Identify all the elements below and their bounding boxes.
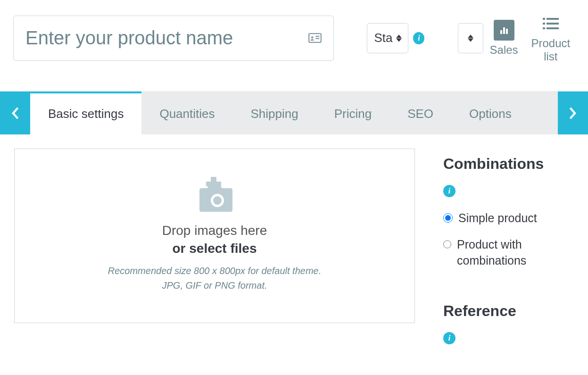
tab-label: Pricing <box>334 107 372 121</box>
svg-rect-5 <box>503 27 505 34</box>
tab-options[interactable]: Options <box>451 92 530 134</box>
list-icon <box>540 13 561 34</box>
radio-input[interactable] <box>443 240 451 249</box>
svg-point-16 <box>213 196 222 205</box>
tab-label: SEO <box>407 107 433 121</box>
product-name-field-wrap <box>13 16 334 61</box>
svg-rect-10 <box>547 23 559 25</box>
product-type-select-value: Sta <box>374 31 392 45</box>
bar-chart-icon <box>494 20 514 41</box>
tab-pricing[interactable]: Pricing <box>316 92 389 134</box>
product-list-link[interactable]: Product list <box>527 13 575 63</box>
tab-quantities[interactable]: Quantities <box>141 92 232 134</box>
reference-title: Reference <box>443 302 574 320</box>
svg-rect-7 <box>543 18 545 20</box>
tab-basic-settings[interactable]: Basic settings <box>30 92 141 134</box>
svg-rect-6 <box>506 29 508 34</box>
svg-rect-4 <box>500 30 502 34</box>
radio-input[interactable] <box>443 213 453 223</box>
radio-label: Simple product <box>458 210 537 226</box>
info-icon[interactable]: i <box>413 32 424 44</box>
radio-product-combinations[interactable]: Product with combinations <box>443 237 574 269</box>
tabs-prev-button[interactable] <box>0 92 30 134</box>
tab-shipping[interactable]: Shipping <box>232 92 316 134</box>
language-select[interactable] <box>458 23 483 53</box>
tab-seo[interactable]: SEO <box>389 92 451 134</box>
tab-label: Shipping <box>250 107 298 121</box>
svg-rect-8 <box>547 18 559 20</box>
product-name-input[interactable] <box>25 27 308 49</box>
svg-point-1 <box>311 36 314 39</box>
tab-label: Options <box>469 107 512 121</box>
tabs-list: Basic settings Quantities Shipping Prici… <box>30 92 558 134</box>
sales-label: Sales <box>490 43 518 57</box>
id-card-icon <box>308 33 322 43</box>
product-list-label: Product list <box>527 37 575 63</box>
info-icon[interactable]: i <box>443 332 455 344</box>
product-type-select[interactable]: Sta <box>367 23 408 53</box>
svg-rect-12 <box>547 27 559 29</box>
sales-link[interactable]: Sales <box>490 20 518 57</box>
tabs-next-button[interactable] <box>558 92 588 134</box>
tab-label: Quantities <box>159 107 215 121</box>
image-dropzone[interactable]: Drop images here or select files Recomme… <box>14 149 415 323</box>
radio-label: Product with combinations <box>457 237 574 269</box>
camera-plus-icon <box>192 177 237 217</box>
combinations-title: Combinations <box>443 155 574 173</box>
svg-rect-9 <box>543 23 545 25</box>
dropzone-hint1: Recommended size 800 x 800px for default… <box>108 266 321 276</box>
tab-label: Basic settings <box>48 107 124 121</box>
info-icon[interactable]: i <box>443 185 455 197</box>
sort-arrows-icon <box>468 34 473 42</box>
radio-simple-product[interactable]: Simple product <box>443 210 574 226</box>
dropzone-hint2: JPG, GIF or PNG format. <box>162 280 267 291</box>
sort-arrows-icon <box>396 34 402 42</box>
dropzone-line2: or select files <box>173 241 257 256</box>
dropzone-line1: Drop images here <box>162 223 267 238</box>
svg-rect-11 <box>543 27 545 29</box>
